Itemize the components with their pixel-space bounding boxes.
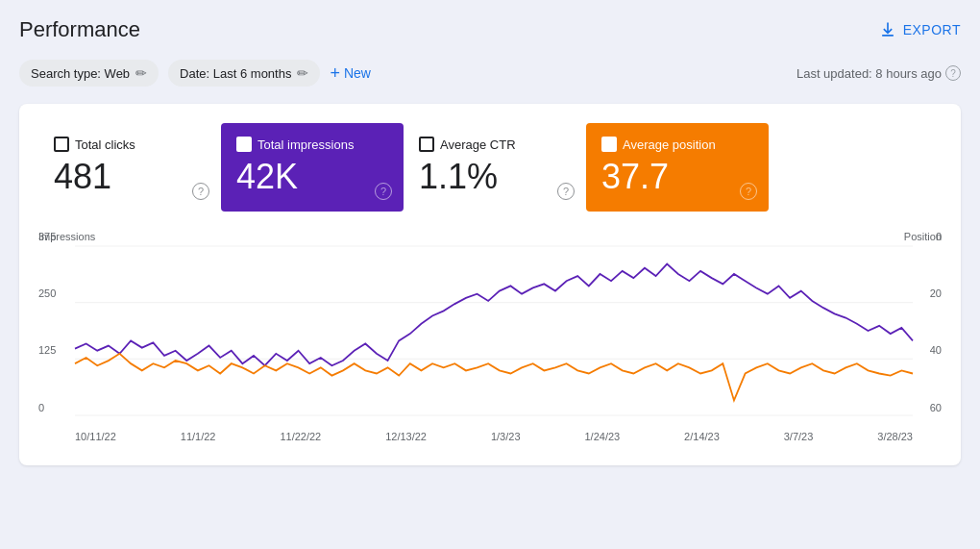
average-ctr-help-icon: ?	[557, 183, 575, 200]
average-position-label-row: Average position	[601, 137, 753, 152]
x-label-2: 11/22/22	[280, 431, 321, 442]
total-impressions-checkbox	[236, 137, 252, 152]
total-clicks-label-row: Total clicks	[54, 137, 206, 152]
y-right-label-0: 0	[915, 231, 942, 242]
edit-search-type-icon: ✏	[135, 65, 147, 81]
search-type-filter[interactable]: Search type: Web ✏	[19, 60, 159, 87]
total-impressions-value: 42K	[236, 158, 388, 196]
y-right-label-40: 40	[915, 344, 942, 356]
average-ctr-label-row: Average CTR	[419, 137, 571, 152]
x-label-1: 11/1/22	[181, 431, 216, 442]
x-label-6: 2/14/23	[684, 431, 720, 442]
total-clicks-checkbox	[54, 137, 69, 152]
last-updated-help-icon: ?	[945, 65, 961, 81]
average-position-help-icon: ?	[740, 183, 757, 200]
x-label-4: 1/3/23	[491, 431, 521, 442]
x-label-5: 1/24/23	[584, 431, 620, 442]
y-axis-left-labels: 375 250 125 0	[38, 231, 75, 413]
toolbar: Search type: Web ✏ Date: Last 6 months ✏…	[19, 60, 961, 87]
y-right-label-20: 20	[915, 287, 942, 299]
page-title: Performance	[19, 17, 140, 42]
chart-svg-container	[75, 246, 913, 415]
total-impressions-label-row: Total impressions	[236, 137, 388, 152]
average-position-label: Average position	[623, 137, 716, 152]
y-left-label-0: 0	[38, 402, 75, 413]
last-updated: Last updated: 8 hours ago ?	[796, 65, 961, 81]
y-left-label-375: 375	[38, 231, 75, 242]
average-ctr-value: 1.1%	[419, 158, 571, 196]
average-position-checkbox	[601, 137, 617, 152]
plus-icon: +	[330, 63, 340, 84]
total-impressions-help-icon: ?	[375, 183, 392, 200]
main-card: Total clicks 481 ? Total impressions 42K…	[19, 104, 961, 465]
new-label: New	[344, 65, 371, 81]
total-impressions-label: Total impressions	[257, 137, 354, 152]
chart-svg	[75, 246, 913, 415]
y-left-label-125: 125	[38, 344, 75, 356]
average-ctr-label: Average CTR	[440, 137, 516, 152]
average-position-value: 37.7	[601, 158, 753, 196]
total-clicks-help-icon: ?	[192, 183, 209, 200]
date-filter[interactable]: Date: Last 6 months ✏	[168, 60, 320, 87]
metrics-row: Total clicks 481 ? Total impressions 42K…	[38, 123, 942, 212]
y-right-label-60: 60	[915, 402, 942, 413]
total-clicks-value: 481	[54, 158, 206, 196]
x-label-8: 3/28/23	[877, 431, 913, 442]
last-updated-text: Last updated: 8 hours ago	[796, 66, 942, 81]
metric-total-impressions[interactable]: Total impressions 42K ?	[221, 123, 404, 212]
x-label-0: 10/11/22	[75, 431, 116, 442]
y-axis-right-labels: 0 20 40 60	[915, 231, 942, 413]
metric-average-ctr[interactable]: Average CTR 1.1% ?	[404, 123, 586, 212]
x-label-7: 3/7/23	[784, 431, 814, 442]
new-button[interactable]: + New	[330, 63, 371, 84]
export-icon	[878, 20, 897, 39]
export-label: EXPORT	[903, 22, 961, 37]
chart-area: Impressions Position 375 250 125 0 0 20 …	[38, 231, 942, 442]
export-button[interactable]: EXPORT	[878, 20, 961, 39]
total-clicks-label: Total clicks	[75, 137, 135, 152]
edit-date-icon: ✏	[297, 65, 308, 81]
search-type-label: Search type: Web	[31, 66, 130, 81]
metric-total-clicks[interactable]: Total clicks 481 ?	[38, 123, 221, 212]
metric-average-position[interactable]: Average position 37.7 ?	[586, 123, 769, 212]
x-label-3: 12/13/22	[385, 431, 427, 442]
date-label: Date: Last 6 months	[180, 66, 291, 81]
y-left-label-250: 250	[38, 287, 75, 299]
x-axis-labels: 10/11/22 11/1/22 11/22/22 12/13/22 1/3/2…	[75, 431, 913, 442]
average-ctr-checkbox	[419, 137, 434, 152]
